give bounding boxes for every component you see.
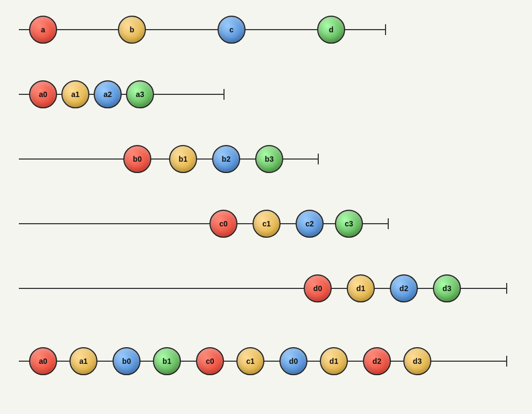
node-d1: d1	[347, 274, 375, 302]
node-c0: c0	[196, 347, 224, 375]
row-row1: abcd	[0, 13, 532, 46]
node-c0: c0	[209, 210, 237, 238]
diagram-area: abcda0a1a2a3b0b1b2b3c0c1c2c3d0d1d2d3a0a1…	[0, 0, 532, 414]
node-a: a	[29, 16, 57, 44]
node-c1: c1	[236, 347, 264, 375]
row-row4: c0c1c2c3	[0, 208, 532, 240]
h-line	[19, 223, 388, 224]
node-d: d	[317, 16, 345, 44]
node-c2: c2	[296, 210, 324, 238]
end-tick	[385, 24, 386, 35]
node-d0: d0	[279, 347, 307, 375]
end-tick	[506, 283, 507, 294]
node-d2: d2	[390, 274, 418, 302]
row-row3: b0b1b2b3	[0, 143, 532, 175]
node-a3: a3	[126, 80, 154, 108]
node-c3: c3	[335, 210, 363, 238]
node-d0: d0	[304, 274, 332, 302]
node-b2: b2	[212, 145, 240, 173]
row-row5: d0d1d2d3	[0, 272, 532, 305]
node-d1: d1	[320, 347, 348, 375]
node-d3: d3	[433, 274, 461, 302]
node-a2: a2	[94, 80, 122, 108]
row-row2: a0a1a2a3	[0, 78, 532, 111]
node-a1: a1	[61, 80, 89, 108]
node-d3: d3	[403, 347, 431, 375]
node-b0: b0	[113, 347, 141, 375]
end-tick	[318, 154, 319, 164]
node-b: b	[118, 16, 146, 44]
node-c1: c1	[253, 210, 281, 238]
node-b1: b1	[153, 347, 181, 375]
node-a1: a1	[69, 347, 97, 375]
end-tick	[506, 356, 507, 367]
row-row6: a0a1b0b1c0c1d0d1d2d3	[0, 345, 532, 377]
node-d2: d2	[363, 347, 391, 375]
end-tick	[223, 89, 225, 100]
node-b3: b3	[255, 145, 283, 173]
node-a0: a0	[29, 80, 57, 108]
end-tick	[388, 218, 389, 229]
node-b1: b1	[169, 145, 197, 173]
node-b0: b0	[123, 145, 151, 173]
node-a0: a0	[29, 347, 57, 375]
node-c: c	[218, 16, 246, 44]
